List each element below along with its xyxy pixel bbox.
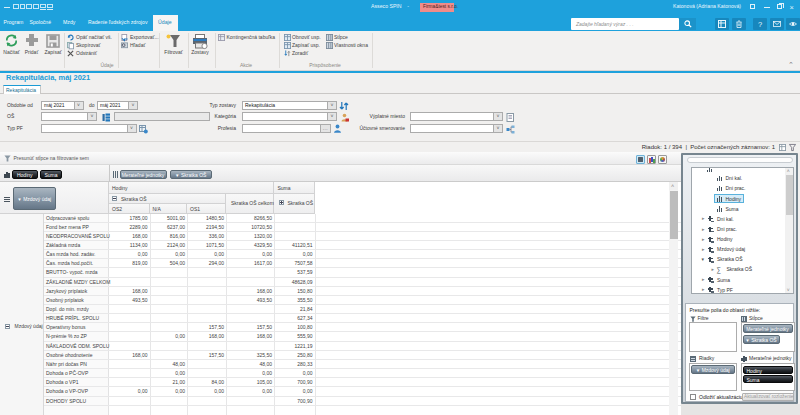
svg-text:?: ? [758, 20, 762, 29]
